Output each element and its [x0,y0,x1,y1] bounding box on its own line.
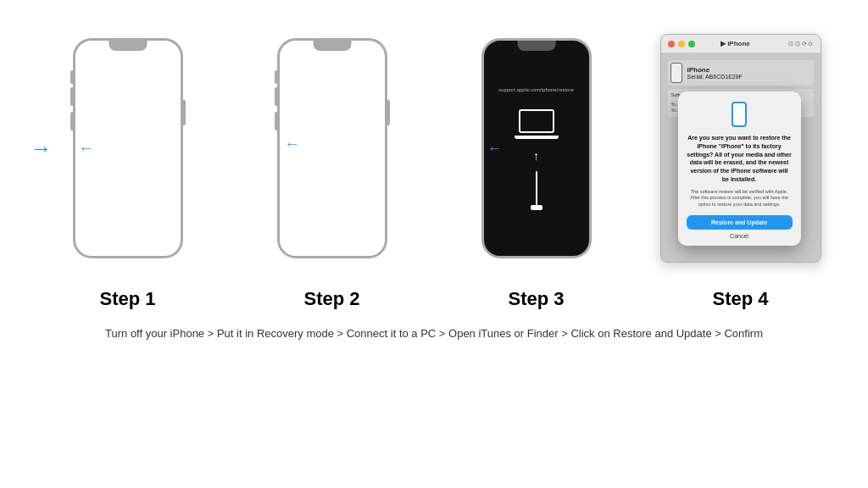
step-3-visual: ← support.apple.com/iphone/restore ↑ [439,17,634,280]
side-btn-right-dark [590,100,592,125]
cancel-button[interactable]: Cancel [730,233,748,239]
side-btn-power-2 [386,100,390,125]
upload-arrow-icon: ↑ [533,149,539,163]
cable-connector [531,205,542,210]
finder-window: ▶ iPhone ⊡ ⊡ ⟳ ⊙ iPhone Serial: AB6CD1E2… [660,34,821,263]
dialog-sub: The software restore will be verified wi… [687,189,793,208]
dot-red [668,41,675,47]
window-controls: ⊡ ⊡ ⟳ ⊙ [788,41,814,47]
instructions-text: Turn off your iPhone > Put it in Recover… [105,327,763,340]
dialog-iphone-icon [732,102,747,127]
step-2-iphone: ← [277,38,387,258]
laptop-icon [519,109,554,133]
step-1-visual: → ← [31,17,225,280]
step-3-iphone: ← support.apple.com/iphone/restore ↑ [481,38,592,258]
step-4-item: ▶ iPhone ⊡ ⊡ ⟳ ⊙ iPhone Serial: AB6CD1E2… [643,17,838,310]
side-btn-mute [70,70,75,84]
press-arrow-icon: ← [285,135,300,152]
dot-yellow [678,41,685,47]
step-1-label: Step 1 [99,288,155,310]
step-2-label: Step 2 [303,288,359,310]
side-btn-power [181,100,186,125]
restore-dialog: Are you sure you want to restore the iPh… [678,92,801,246]
step-2-visual: ← [235,17,430,280]
recovery-icon [515,109,559,139]
step-3-label: Step 3 [508,288,564,310]
finder-device-name: iPhone [687,66,743,74]
restore-and-update-button[interactable]: Restore and Update [687,215,793,230]
cable-line [536,171,537,205]
iphone-notch-dark [517,41,555,51]
step-4-label: Step 4 [712,288,768,310]
side-btn-left2-dark [481,112,483,130]
iphone-notch [108,41,147,51]
step-1-item: → ← Step 1 [31,17,225,310]
side-btn-vol-down-2 [275,112,279,130]
finder-body: iPhone Serial: AB6CD1E28F Software: iP T… [661,53,821,262]
dot-green [688,41,695,47]
finder-iphone-row: iPhone Serial: AB6CD1E28F [668,60,814,86]
inward-arrow-dark-icon: ← [487,140,503,157]
side-btn-vol-up-2 [275,87,279,106]
steps-row: → ← Step 1 [25,17,843,310]
recovery-url: support.apple.com/iphone/restore [498,87,573,92]
instructions-row: Turn off your iPhone > Put it in Recover… [25,325,843,342]
side-btn-left-dark [481,87,483,106]
finder-serial: Serial: AB6CD1E28F [687,74,743,80]
side-btn-vol-up [70,87,75,106]
finder-title: ▶ iPhone [721,40,750,47]
iphone-notch-2 [313,41,351,51]
inward-arrow-icon: ← [79,140,94,157]
finder-iphone-info: iPhone Serial: AB6CD1E28F [687,66,743,80]
laptop-base [515,136,559,139]
right-arrow-icon: → [31,136,53,162]
finder-titlebar: ▶ iPhone ⊡ ⊡ ⟳ ⊙ [661,35,821,53]
finder-iphone-icon [670,63,682,83]
step-1-iphone: ← [73,38,183,258]
side-btn-left3-dark [481,70,483,84]
step-2-item: ← Step 2 [235,17,430,310]
side-btn-vol-down [70,112,75,130]
finder-dots [668,41,695,47]
main-container: → ← Step 1 [0,0,868,351]
step-4-visual: ▶ iPhone ⊡ ⊡ ⟳ ⊙ iPhone Serial: AB6CD1E2… [643,17,838,280]
side-btn-mute-2 [275,70,279,84]
step-3-item: ← support.apple.com/iphone/restore ↑ [439,17,634,310]
dialog-title: Are you sure you want to restore the iPh… [687,134,793,184]
